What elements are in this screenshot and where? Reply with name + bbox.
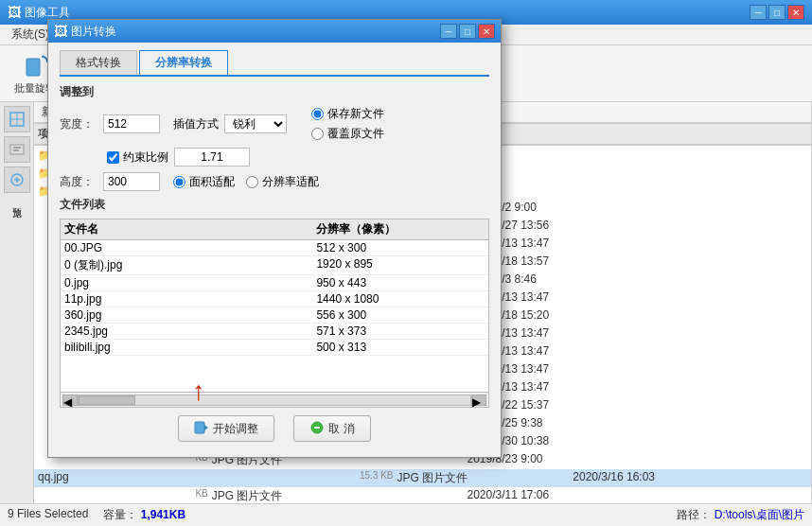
save-new-file-option[interactable]: 保存新文件 (311, 106, 384, 122)
interpolation-select[interactable]: 锐利 双线性 双三次 (224, 114, 287, 133)
save-overwrite-option[interactable]: 覆盖原文件 (311, 126, 384, 142)
resolution-fit-option[interactable]: 分辨率适配 (246, 174, 319, 190)
save-option-group: 保存新文件 覆盖原文件 (311, 106, 384, 142)
width-label: 宽度： (60, 116, 97, 132)
area-fit-option[interactable]: 面积适配 (173, 174, 235, 190)
close-button[interactable]: ✕ (787, 5, 804, 20)
dialog-maximize[interactable]: □ (459, 24, 476, 39)
dialog-tab-bar: 格式转换 分辨率转换 (60, 50, 489, 77)
section-adjust-label: 调整到 (60, 84, 489, 100)
interpolation-label: 插值方式 (173, 116, 219, 132)
start-adjust-icon (194, 420, 209, 438)
maximize-button[interactable]: □ (768, 5, 786, 20)
tab-format-convert[interactable]: 格式转换 (60, 50, 137, 75)
list-item[interactable]: KB JPG 图片文件 2020/3/11 17:06 (34, 487, 811, 503)
dialog-close[interactable]: ✕ (478, 24, 495, 39)
scrollbar-thumb[interactable] (79, 395, 135, 405)
sidebar-preview-label: 预览 (10, 197, 24, 204)
rotate-icon (20, 51, 50, 79)
dialog-title: 🖼 图片转换 (54, 24, 116, 40)
svg-rect-25 (195, 422, 204, 433)
cancel-button[interactable]: 取 消 (293, 415, 370, 442)
height-row: 高度： 面积适配 分辨率适配 (60, 172, 489, 191)
col-header-resolution: 分辨率（像素） (316, 221, 485, 237)
status-bar: 9 Files Selected 容量： 1,941KB 路径： D:\tool… (0, 503, 812, 526)
arrow-indicator: ↓ (192, 379, 205, 410)
file-row[interactable]: 11p.jpg 1440 x 1080 (61, 291, 488, 307)
sidebar: 预览 (0, 102, 34, 503)
file-row[interactable]: 00.JPG 512 x 300 (61, 240, 488, 256)
file-row[interactable]: 0 (复制).jpg 1920 x 895 (61, 256, 488, 275)
height-label: 高度： (60, 174, 97, 190)
constraint-checkbox[interactable] (107, 151, 119, 164)
constraint-value: 1.71 (174, 148, 250, 167)
file-table-body[interactable]: 00.JPG 512 x 300 0 (复制).jpg 1920 x 895 0… (61, 240, 488, 392)
fit-options: 面积适配 分辨率适配 (173, 174, 319, 190)
horizontal-scrollbar[interactable]: ◀ ▶ (61, 392, 488, 407)
file-table-header: 文件名 分辨率（像素） (61, 219, 488, 240)
main-title: 🖼 图像工具 (8, 5, 70, 21)
scroll-left-btn[interactable]: ◀ (62, 394, 78, 406)
main-titlebar-buttons: ─ □ ✕ (750, 5, 804, 20)
svg-rect-0 (26, 59, 40, 76)
scrollbar-track[interactable] (78, 394, 471, 406)
dialog-footer: 开始调整 取 消 (60, 415, 489, 446)
file-row[interactable]: bilibili.jpg 500 x 313 (61, 340, 488, 356)
start-adjust-button[interactable]: 开始调整 (178, 415, 274, 442)
width-input[interactable] (103, 114, 160, 133)
dialog-image-convert: 🖼 图片转换 ─ □ ✕ 格式转换 分辨率转换 调整到 宽度： 插值方式 锐利 … (47, 19, 502, 458)
svg-rect-19 (10, 145, 24, 154)
dialog-titlebar-buttons: ─ □ ✕ (440, 24, 495, 39)
file-table: 文件名 分辨率（像素） 00.JPG 512 x 300 0 (复制).jpg … (60, 219, 489, 408)
col-header-filename: 文件名 (64, 221, 316, 237)
file-row[interactable]: 0.jpg 950 x 443 (61, 275, 488, 291)
sidebar-btn-2[interactable] (4, 136, 30, 163)
file-list-label: 文件列表 (60, 197, 489, 213)
dialog-body: 格式转换 分辨率转换 调整到 宽度： 插值方式 锐利 双线性 双三次 保存新文件 (48, 43, 501, 457)
tab-resolution-convert[interactable]: 分辨率转换 (139, 50, 228, 75)
minimize-button[interactable]: ─ (750, 5, 767, 20)
dialog-minimize[interactable]: ─ (440, 24, 457, 39)
list-item[interactable]: qq.jpg 15.3 KB JPG 图片文件 2020/3/16 16:03 (34, 469, 811, 487)
sidebar-btn-1[interactable] (4, 106, 30, 132)
dialog-title-icon: 🖼 (54, 24, 67, 39)
file-row[interactable]: 360.jpg 556 x 300 (61, 307, 488, 324)
status-files-selected: 9 Files Selected 容量： 1,941KB (8, 507, 185, 523)
file-row[interactable]: 2345.jpg 571 x 373 (61, 324, 488, 340)
cancel-icon (309, 420, 325, 438)
dialog-titlebar: 🖼 图片转换 ─ □ ✕ (48, 20, 501, 43)
status-path: 路径： D:\tools\桌面\图片 (677, 507, 804, 523)
sidebar-btn-3[interactable] (4, 167, 30, 193)
width-row: 宽度： 插值方式 锐利 双线性 双三次 保存新文件 覆盖原文件 (60, 106, 489, 142)
height-input[interactable] (103, 172, 160, 191)
constraint-row: 约束比例 1.71 (60, 148, 489, 167)
scroll-right-btn[interactable]: ▶ (471, 394, 486, 406)
constraint-checkbox-item[interactable]: 约束比例 (107, 149, 168, 166)
